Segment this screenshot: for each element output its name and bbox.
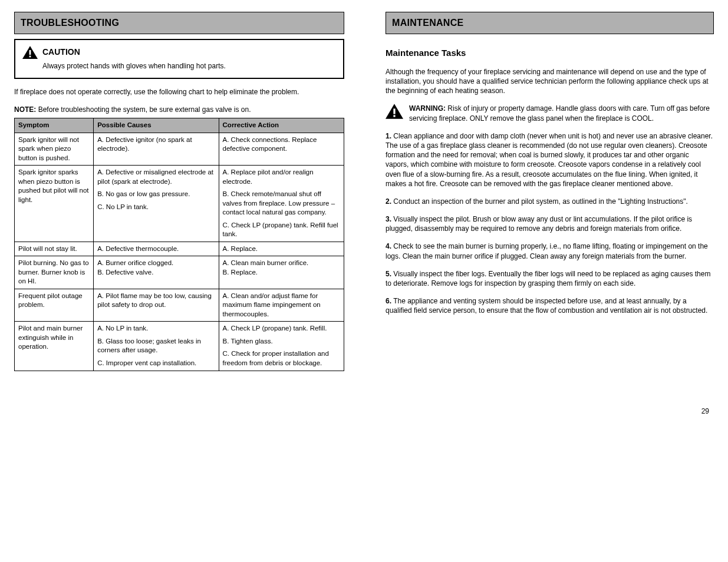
section-header-troubleshooting: TROUBLESHOOTING (14, 12, 344, 34)
svg-rect-3 (393, 115, 395, 117)
table-row: Spark ignitor sparks when piezo button i… (15, 166, 344, 242)
troubleshooting-table: Symptom Possible Causes Corrective Actio… (14, 118, 344, 371)
note-text: Before troubleshooting the system, be su… (36, 105, 251, 114)
caution-box: CAUTION Always protect hands with gloves… (14, 39, 344, 79)
cell-causes: A. Burner orifice clogged. B. Defective … (94, 256, 219, 289)
warning-icon (386, 104, 403, 119)
table-row: Pilot will not stay lit. A. Defective th… (15, 242, 344, 256)
page-columns: TROUBLESHOOTING CAUTION Always protect h… (14, 12, 714, 371)
maintenance-subtitle: Maintenance Tasks (386, 47, 714, 59)
th-causes: Possible Causes (97, 121, 151, 128)
step-text: Clean appliance and door with damp cloth… (386, 132, 713, 188)
cell-symptom: Spark ignitor will not spark when piezo … (15, 133, 94, 166)
table-body: Spark ignitor will not spark when piezo … (15, 133, 344, 371)
cell-action: A. Check connections. Replace defective … (219, 133, 344, 166)
table-row: Spark ignitor will not spark when piezo … (15, 133, 344, 166)
svg-rect-2 (393, 109, 395, 114)
cell-symptom: Pilot burning. No gas to burner. Burner … (15, 256, 94, 289)
maintenance-step: 2. Conduct an inspection of the burner a… (386, 197, 714, 206)
step-number: 1. (386, 132, 391, 140)
caution-label: CAUTION (42, 47, 80, 58)
warning-icon (22, 46, 38, 59)
cell-action: A. Replace. (219, 242, 344, 256)
troubleshooting-intro: If fireplace does not operate correctly,… (14, 87, 344, 97)
maintenance-step: 5. Visually inspect the fiber logs. Even… (386, 269, 714, 288)
th-action: Corrective Action (223, 121, 279, 128)
svg-rect-1 (29, 55, 31, 57)
maintenance-step: 4. Check to see the main burner is burni… (386, 242, 714, 260)
cell-symptom: Pilot and main burner extinguish while i… (15, 322, 94, 371)
maintenance-step: 3. Visually inspect the pilot. Brush or … (386, 214, 714, 233)
step-number: 6. (386, 297, 391, 305)
cell-action: A. Check LP (propane) tank. Refill. B. T… (219, 322, 344, 371)
cell-causes: A. Defective ignitor (no spark at electr… (94, 133, 219, 166)
maintenance-step: 6. The appliance and venting system shou… (386, 296, 714, 315)
section-header-maintenance: MAINTENANCE (386, 12, 714, 34)
troubleshooting-note: NOTE: Before troubleshooting the system,… (14, 105, 344, 114)
step-number: 5. (386, 270, 391, 278)
step-text: The appliance and venting system should … (386, 297, 707, 315)
cell-causes: A. No LP in tank. B. Glass too loose; ga… (94, 322, 219, 371)
warning-label: WARNING: (409, 104, 446, 113)
cell-symptom: Frequent pilot outage problem. (15, 289, 94, 322)
left-column: TROUBLESHOOTING CAUTION Always protect h… (14, 12, 344, 371)
step-number: 4. (386, 242, 391, 250)
maintenance-step: 1. Clean appliance and door with damp cl… (386, 131, 714, 189)
warning-inline: WARNING: Risk of injury or property dama… (386, 104, 714, 123)
note-label: NOTE: (14, 105, 36, 114)
cell-causes: A. Defective or misaligned electrode at … (94, 166, 219, 242)
step-text: Visually inspect the pilot. Brush or blo… (386, 215, 692, 233)
cell-action: A. Replace pilot and/or realign electrod… (219, 166, 344, 242)
table-row: Pilot burning. No gas to burner. Burner … (15, 256, 344, 289)
step-text: Conduct an inspection of the burner and … (393, 197, 687, 206)
svg-rect-0 (29, 50, 31, 55)
step-number: 3. (386, 215, 391, 223)
maintenance-intro: Although the frequency of your fireplace… (386, 67, 714, 96)
right-column: MAINTENANCE Maintenance Tasks Although t… (386, 12, 714, 371)
warning-text: Risk of injury or property damage. Handl… (409, 104, 710, 122)
cell-action: A. Clean and/or adjust flame for maximum… (219, 289, 344, 322)
cell-causes: A. Pilot flame may be too low, causing p… (94, 289, 219, 322)
th-symptom: Symptom (18, 121, 49, 128)
step-text: Visually inspect the fiber logs. Eventua… (386, 270, 710, 287)
cell-symptom: Spark ignitor sparks when piezo button i… (15, 166, 94, 242)
step-text: Check to see the main burner is burning … (386, 242, 708, 260)
caution-text: Always protect hands with gloves when ha… (22, 61, 336, 71)
cell-causes: A. Defective thermocouple. (94, 242, 219, 256)
cell-symptom: Pilot will not stay lit. (15, 242, 94, 256)
table-row: Frequent pilot outage problem. A. Pilot … (15, 289, 344, 322)
page-number: 29 (14, 406, 714, 416)
table-row: Pilot and main burner extinguish while i… (15, 322, 344, 371)
step-number: 2. (386, 197, 391, 206)
cell-action: A. Clean main burner orifice. B. Replace… (219, 256, 344, 289)
